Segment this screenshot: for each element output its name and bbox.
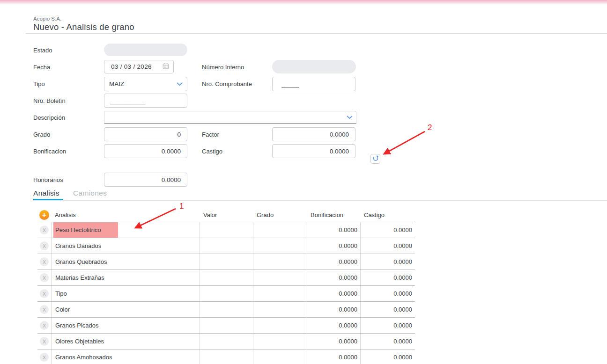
descripcion-combobox[interactable] — [104, 111, 356, 124]
delete-row-button[interactable]: X — [40, 353, 49, 362]
tab-divider — [33, 200, 607, 201]
nro-comprobante-input[interactable] — [272, 77, 355, 91]
cell-analisis[interactable]: Olores Objetables — [52, 334, 200, 349]
chevron-down-icon[interactable] — [347, 114, 353, 121]
castigo-input[interactable] — [272, 144, 355, 158]
annotation-label-2: 2 — [428, 123, 432, 132]
column-header-grado: Grado — [253, 211, 307, 218]
table-row: X Peso Hectolitrico 0.0000 0.0000 — [37, 222, 415, 238]
analisis-name: Tipo — [55, 290, 67, 297]
descripcion-label: Descripción — [33, 114, 65, 121]
cell-grado[interactable] — [253, 254, 307, 269]
x-icon: X — [43, 227, 46, 233]
estado-field — [104, 44, 187, 56]
honorarios-input[interactable] — [104, 173, 187, 187]
cell-grado[interactable] — [253, 302, 307, 317]
tab-analisis[interactable]: Analisis — [33, 189, 59, 197]
cell-bonificacion[interactable]: 0.0000 — [307, 238, 361, 254]
tipo-value: MAIZ — [109, 80, 177, 87]
cell-valor[interactable] — [200, 222, 253, 238]
cell-valor[interactable] — [200, 238, 253, 254]
cell-valor[interactable] — [200, 349, 253, 364]
cell-analisis[interactable]: Materias Extrañas — [52, 270, 200, 285]
cell-analisis[interactable]: Peso Hectolitrico — [52, 222, 200, 238]
cell-valor[interactable] — [200, 334, 253, 349]
cell-analisis[interactable]: Granos Amohosados — [52, 349, 200, 364]
x-icon: X — [43, 323, 46, 328]
column-header-castigo: Castigo — [361, 211, 415, 218]
delete-row-button[interactable]: X — [40, 226, 49, 234]
cell-valor[interactable] — [200, 302, 253, 317]
cell-grado[interactable] — [253, 334, 307, 349]
cell-bonificacion[interactable]: 0.0000 — [307, 302, 361, 317]
tipo-select[interactable]: MAIZ — [104, 77, 187, 91]
cell-bonificacion[interactable]: 0.0000 — [307, 349, 361, 364]
cell-grado[interactable] — [253, 349, 307, 364]
add-row-button[interactable]: + — [39, 210, 49, 220]
cell-grado[interactable] — [253, 286, 307, 301]
cell-bonificacion[interactable]: 0.0000 — [307, 222, 361, 238]
cell-analisis[interactable]: Color — [52, 302, 200, 317]
factor-input[interactable] — [272, 127, 355, 141]
analisis-name: Peso Hectolitrico — [55, 226, 101, 233]
cell-bonificacion[interactable]: 0.0000 — [307, 334, 361, 349]
cell-grado[interactable] — [253, 318, 307, 333]
cell-bonificacion[interactable]: 0.0000 — [307, 254, 361, 269]
cell-castigo[interactable]: 0.0000 — [361, 222, 415, 238]
cell-analisis[interactable]: Granos Dañados — [52, 238, 200, 254]
nro-boletin-input[interactable] — [104, 94, 187, 108]
cell-valor[interactable] — [200, 270, 253, 285]
cell-bonificacion[interactable]: 0.0000 — [307, 270, 361, 285]
delete-row-button[interactable]: X — [40, 337, 49, 346]
fecha-input[interactable]: 03 / 03 / 2026 — [104, 60, 174, 73]
cell-castigo[interactable]: 0.0000 — [361, 349, 415, 364]
castigo-label: Castigo — [202, 148, 222, 155]
cell-grado[interactable] — [253, 270, 307, 285]
delete-row-button[interactable]: X — [40, 289, 49, 298]
delete-row-button[interactable]: X — [40, 257, 49, 266]
fecha-label: Fecha — [33, 64, 50, 71]
cell-valor[interactable] — [200, 254, 253, 269]
analysis-table: + Analisis Valor Grado Bonificacion Cast… — [37, 208, 415, 364]
chevron-down-icon[interactable] — [177, 80, 183, 87]
plus-icon: + — [42, 211, 46, 219]
table-row: X Tipo 0.0000 0.0000 — [37, 286, 415, 302]
cell-castigo[interactable]: 0.0000 — [361, 238, 415, 254]
cell-castigo[interactable]: 0.0000 — [361, 302, 415, 317]
cell-castigo[interactable]: 0.0000 — [361, 334, 415, 349]
delete-row-button[interactable]: X — [40, 241, 49, 250]
cell-analisis[interactable]: Tipo — [52, 286, 200, 301]
cell-analisis[interactable]: Granos Quebrados — [52, 254, 200, 269]
refresh-icon — [372, 155, 379, 163]
analisis-name: Granos Picados — [55, 322, 99, 329]
cell-castigo[interactable]: 0.0000 — [361, 318, 415, 333]
grado-label: Grado — [33, 131, 50, 138]
cell-castigo[interactable]: 0.0000 — [361, 254, 415, 269]
cell-valor[interactable] — [200, 286, 253, 301]
cell-grado[interactable] — [253, 238, 307, 254]
bonificacion-label: Bonificacion — [33, 148, 66, 155]
calendar-icon[interactable] — [163, 63, 169, 71]
delete-row-button[interactable]: X — [40, 273, 49, 282]
grado-input[interactable] — [104, 127, 187, 141]
cell-analisis[interactable]: Granos Picados — [52, 318, 200, 333]
tab-camiones[interactable]: Camiones — [73, 189, 107, 197]
cell-bonificacion[interactable]: 0.0000 — [307, 318, 361, 333]
estado-label: Estado — [33, 47, 52, 54]
honorarios-label: Honorarios — [33, 176, 63, 183]
cell-castigo[interactable]: 0.0000 — [361, 286, 415, 301]
delete-row-button[interactable]: X — [40, 305, 49, 314]
cell-valor[interactable] — [200, 318, 253, 333]
title-divider — [26, 33, 607, 34]
x-icon: X — [43, 259, 46, 265]
bonificacion-input[interactable] — [104, 144, 187, 158]
cell-bonificacion[interactable]: 0.0000 — [307, 286, 361, 301]
cell-castigo[interactable]: 0.0000 — [361, 270, 415, 285]
x-icon: X — [43, 339, 46, 344]
table-row: X Granos Quebrados 0.0000 0.0000 — [37, 254, 415, 270]
grain-analysis-page: Acopio S.A. Nuevo - Analisis de grano Es… — [0, 0, 607, 364]
analysis-table-body: X Peso Hectolitrico 0.0000 0.0000 X Gran… — [37, 222, 415, 364]
delete-row-button[interactable]: X — [40, 321, 49, 330]
refresh-button[interactable] — [370, 154, 380, 164]
cell-grado[interactable] — [253, 222, 307, 238]
